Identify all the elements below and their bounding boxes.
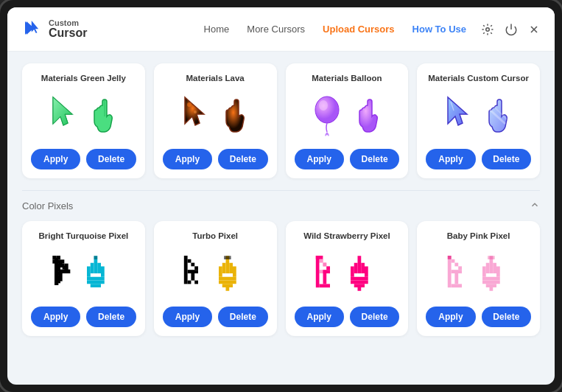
svg-point-12 [315, 97, 339, 123]
card-green-jelly-buttons: Apply Delete [31, 149, 136, 169]
svg-point-3 [486, 27, 490, 31]
nav: Home More Cursors Upload Cursors How To … [204, 24, 466, 35]
custom-cursor-apply-button[interactable]: Apply [426, 149, 475, 169]
svg-rect-38 [94, 259, 98, 273]
balloon-hand-icon [355, 96, 382, 136]
svg-rect-41 [98, 263, 102, 273]
svg-rect-95 [489, 259, 493, 273]
svg-rect-40 [87, 267, 91, 277]
gear-icon[interactable] [481, 23, 494, 36]
close-icon[interactable] [528, 24, 540, 35]
balloon-delete-button[interactable]: Delete [350, 149, 399, 169]
card-green-jelly: Materials Green Jelly [22, 63, 145, 178]
baby-pink-delete-button[interactable]: Delete [482, 307, 531, 327]
svg-rect-65 [224, 256, 231, 259]
svg-rect-96 [485, 263, 489, 273]
svg-rect-83 [351, 281, 368, 284]
header-icons [481, 23, 540, 36]
strawberry-arrow-icon [315, 256, 345, 291]
svg-rect-53 [188, 281, 192, 284]
nav-more-cursors[interactable]: More Cursors [247, 24, 305, 35]
main-content: Materials Green Jelly [7, 52, 555, 385]
strawberry-apply-button[interactable]: Apply [295, 307, 344, 327]
green-jelly-delete-button[interactable]: Delete [86, 149, 136, 169]
card-turquoise-title: Bright Turquoise Pixel [38, 231, 128, 240]
svg-rect-104 [488, 256, 495, 259]
turquoise-delete-button[interactable]: Delete [86, 307, 136, 327]
green-jelly-hand-icon [90, 97, 116, 134]
svg-rect-51 [188, 270, 198, 273]
lava-apply-button[interactable]: Apply [163, 149, 212, 169]
svg-rect-101 [482, 281, 500, 284]
card-custom-cursor-buttons: Apply Delete [426, 149, 531, 169]
svg-point-11 [194, 111, 197, 113]
color-pixels-header: Color Pixels [22, 200, 540, 212]
baby-pink-arrow-icon [447, 256, 477, 291]
svg-rect-97 [482, 267, 486, 277]
card-baby-pink-title: Baby Pink Pixel [447, 231, 510, 240]
nav-upload-cursors[interactable]: Upload Cursors [323, 24, 395, 35]
svg-rect-48 [188, 259, 192, 263]
device-frame: Custom Cursor Home More Cursors Upload C… [0, 0, 562, 392]
header: Custom Cursor Home More Cursors Upload C… [7, 7, 555, 52]
svg-rect-45 [91, 284, 101, 287]
card-turbo: Turbo Pixel [154, 221, 277, 336]
turbo-hand-icon [219, 256, 247, 291]
nav-how-to-use[interactable]: How To Use [412, 24, 466, 35]
svg-rect-100 [482, 277, 500, 281]
svg-rect-99 [496, 267, 500, 277]
card-turbo-buttons: Apply Delete [163, 307, 268, 327]
svg-rect-103 [489, 287, 493, 291]
turbo-delete-button[interactable]: Delete [218, 307, 267, 327]
color-pixels-label: Color Pixels [22, 200, 73, 211]
svg-rect-42 [101, 267, 105, 277]
svg-rect-67 [316, 256, 320, 287]
lava-cursor-icon [182, 96, 216, 136]
power-icon[interactable] [505, 23, 518, 36]
svg-point-13 [319, 100, 328, 111]
svg-rect-74 [319, 259, 323, 284]
svg-rect-52 [192, 273, 195, 281]
svg-point-10 [187, 102, 192, 107]
green-jelly-cursor-icon [50, 96, 84, 136]
svg-rect-77 [357, 259, 361, 273]
svg-rect-49 [192, 263, 195, 267]
svg-rect-32 [59, 262, 63, 265]
svg-rect-43 [87, 277, 105, 281]
svg-rect-57 [222, 263, 226, 273]
card-turquoise-buttons: Apply Delete [31, 307, 136, 327]
svg-marker-8 [53, 97, 72, 125]
collapse-icon[interactable] [530, 200, 540, 212]
svg-rect-31 [55, 258, 58, 285]
svg-rect-46 [94, 256, 98, 259]
green-jelly-apply-button[interactable]: Apply [31, 149, 80, 169]
custom-cursor-arrow-icon [445, 96, 479, 136]
balloon-cursor-icon [312, 94, 349, 138]
lava-delete-button[interactable]: Delete [218, 149, 267, 169]
svg-rect-72 [323, 273, 326, 284]
svg-rect-70 [326, 266, 330, 270]
custom-cursor-hand-icon [485, 97, 513, 134]
card-balloon-icons [312, 90, 382, 141]
turbo-arrow-icon [183, 256, 213, 291]
nav-home[interactable]: Home [204, 24, 230, 35]
card-strawberry-title: Wild Strawberry Pixel [303, 231, 390, 240]
svg-rect-79 [351, 267, 354, 277]
card-baby-pink-buttons: Apply Delete [426, 307, 531, 327]
svg-rect-56 [226, 259, 230, 273]
card-lava-buttons: Apply Delete [163, 149, 268, 169]
svg-rect-88 [451, 259, 454, 263]
strawberry-delete-button[interactable]: Delete [350, 307, 399, 327]
card-turquoise: Bright Turquoise Pixel [22, 221, 145, 336]
card-strawberry: Wild Strawberry Pixel [286, 221, 409, 336]
svg-rect-85 [357, 287, 361, 291]
card-strawberry-icons [315, 248, 379, 299]
turquoise-apply-button[interactable]: Apply [31, 307, 80, 327]
custom-cursor-delete-button[interactable]: Delete [482, 149, 531, 169]
turbo-apply-button[interactable]: Apply [163, 307, 212, 327]
balloon-apply-button[interactable]: Apply [295, 149, 344, 169]
svg-rect-34 [66, 270, 70, 273]
baby-pink-apply-button[interactable]: Apply [426, 307, 475, 327]
svg-rect-93 [451, 284, 461, 287]
svg-rect-36 [59, 273, 63, 281]
